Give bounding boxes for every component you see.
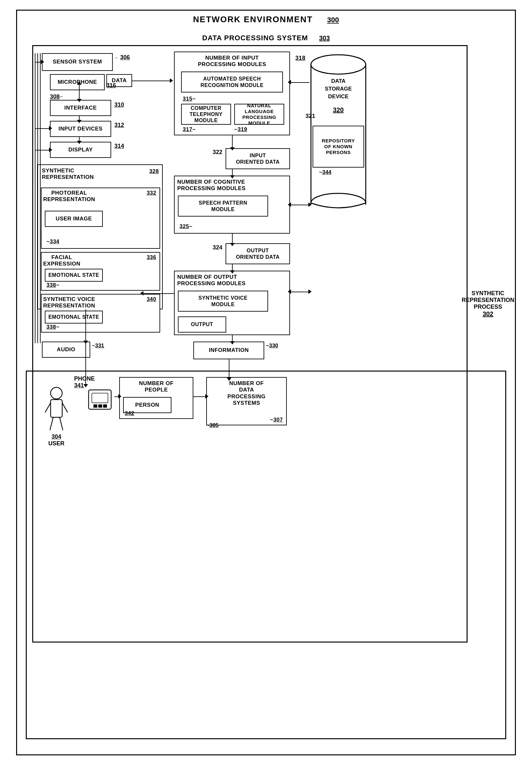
repository-box: REPOSITORYOF KNOWNPERSONS <box>312 126 364 168</box>
interface-box: INTERFACE <box>50 100 111 116</box>
ds-to-ipm-arrowhead <box>288 80 291 84</box>
output-oriented-data-box: OUTPUTORIENTED DATA <box>226 243 290 264</box>
ref-331: ~331 <box>92 343 104 349</box>
input-devices-box: INPUT DEVICES <box>50 121 111 137</box>
svg-rect-13 <box>98 404 102 407</box>
svm-left-arrow <box>143 293 174 294</box>
left-line-1 <box>35 53 35 343</box>
ls-to-sensor-arrowhead <box>41 60 44 64</box>
svg-point-4 <box>51 387 62 399</box>
ipm-arrowhead <box>230 147 235 151</box>
om-arrowhead <box>230 341 235 345</box>
ref-305: ~305 <box>206 422 219 428</box>
output-modules-box: NUMBER OF OUTPUTPROCESSING MODULES SYNTH… <box>174 271 290 335</box>
svg-rect-14 <box>103 404 107 407</box>
info-down-arrow <box>229 359 230 379</box>
ref-330: ~330 <box>266 343 278 349</box>
svg-rect-12 <box>94 404 97 407</box>
iod-arrowhead <box>230 175 235 179</box>
user-label: USER <box>32 440 81 447</box>
info-arrowhead <box>227 378 232 381</box>
np-to-dps <box>193 396 206 397</box>
ls-to-disp-arrowhead <box>49 148 52 152</box>
audio-box: AUDIO <box>42 342 90 358</box>
ls-to-id-arrowhead <box>49 126 52 131</box>
user-image-box: USER IMAGE <box>45 211 103 227</box>
ipm-down-arrow <box>232 135 233 148</box>
svg-line-6 <box>45 403 51 412</box>
left-line-3 <box>40 53 41 343</box>
ds-to-ipm <box>290 82 309 83</box>
network-environment-label: NETWORK ENVIRONMENT 300 <box>0 15 532 25</box>
user-figure: 304 USER <box>32 387 81 447</box>
asr-module-box: AUTOMATED SPEECHRECOGNITION MODULE <box>181 72 283 93</box>
data-processing-system-label: DATA PROCESSING SYSTEM 303 <box>0 34 532 42</box>
page: NETWORK ENVIRONMENT 300 DATA PROCESSING … <box>0 0 532 765</box>
cog-arrowhead <box>230 243 235 246</box>
speech-pattern-box: SPEECH PATTERNMODULE <box>178 196 268 217</box>
ref-324: 324 <box>213 244 222 251</box>
emotional-state-1-box: EMOTIONAL STATE <box>45 269 103 282</box>
num-people-box: NUMBER OFPEOPLE PERSON 342 <box>119 377 193 419</box>
ref-314: 314 <box>114 143 124 150</box>
display-box: DISPLAY <box>50 142 111 158</box>
synthetic-rep-section: SYNTHETICREPRESENTATION 328 PHOTOREALREP… <box>37 164 163 309</box>
computer-telephony-box: COMPUTERTELEPHONY MODULE <box>181 104 231 125</box>
svg-rect-5 <box>51 399 62 417</box>
ref-308: 308~ <box>50 93 63 100</box>
data-storage-device: DATASTORAGEDEVICE 320 REPOSITORYOF KNOWN… <box>309 52 367 213</box>
photoreal-rep-box: PHOTOREALREPRESENTATION 332 USER IMAGE ~… <box>41 188 160 249</box>
svg-line-9 <box>60 417 63 430</box>
num-input-modules-box: NUMBER OF INPUTPROCESSING MODULES 318 AU… <box>174 52 290 135</box>
down-to-user-arrowhead <box>84 384 88 387</box>
bottom-outer-box <box>26 371 506 739</box>
cog-down-arrow <box>232 234 233 244</box>
cognitive-modules-box: NUMBER OF COGNITIVEPROCESSING MODULES SP… <box>174 176 290 234</box>
facial-expression-box: FACIALEXPRESSION 336 EMOTIONAL STATE 338… <box>41 252 160 291</box>
ds-to-om-arrowhead-r <box>308 289 311 294</box>
output-box: OUTPUT <box>178 317 226 333</box>
if-to-id-arrowhead <box>77 120 82 123</box>
interface-v-arrow <box>79 84 80 100</box>
ls-to-id <box>35 128 50 129</box>
phone-icon <box>87 387 113 414</box>
interface-arrowhead-up <box>77 82 82 85</box>
sensor-system-box: SENSOR SYSTEM <box>42 53 113 71</box>
ref-322: 322 <box>213 149 222 156</box>
emotional-state-2-box: EMOTIONAL STATE <box>45 311 103 324</box>
ref-312: 312 <box>114 122 124 129</box>
num-dps-box: NUMBER OFDATAPROCESSINGSYSTEMS ~307 <box>206 377 287 425</box>
ref-304: 304 <box>32 433 81 440</box>
data-arrow-h <box>132 81 171 81</box>
input-oriented-data-box: INPUTORIENTED DATA <box>226 148 290 169</box>
data-arrowhead <box>170 78 173 83</box>
synthetic-voice-rep-box: SYNTHETIC VOICEREPRESENTATION 340 EMOTIO… <box>41 294 160 333</box>
left-line-2 <box>37 53 38 343</box>
ls-to-disp <box>35 150 50 151</box>
ds-to-om <box>290 292 309 292</box>
down-to-user <box>85 343 86 385</box>
ref-316: 316 <box>106 82 116 89</box>
ref-310: 310 <box>114 102 124 108</box>
ds-to-cog <box>290 205 309 205</box>
sr-down-arrow <box>85 309 86 342</box>
svg-point-1 <box>311 55 366 74</box>
phone-to-np-arrowhead <box>118 394 122 398</box>
ref-321: 321 <box>305 113 315 120</box>
id-to-disp-arrowhead <box>77 141 82 144</box>
synthetic-voice-module-box: SYNTHETIC VOICEMODULE <box>178 291 268 312</box>
svg-line-8 <box>50 417 53 430</box>
svg-rect-11 <box>92 393 108 403</box>
ood-arrowhead <box>230 270 235 274</box>
synthetic-rep-process-label: SYNTHETICREPRESENTATIONPROCESS302 <box>462 290 514 318</box>
ds-to-cog-arrowhead-l <box>288 202 291 207</box>
nlp-module-box: NATURAL LANGUAGEPROCESSING MODULE <box>234 104 284 125</box>
svm-left-arrowhead <box>140 291 143 296</box>
ref-306: ← 306 <box>114 54 130 61</box>
np-to-dps-arrowhead <box>205 394 209 398</box>
ds-to-om-arrowhead-l <box>288 289 291 294</box>
svg-line-7 <box>62 403 68 412</box>
information-box: INFORMATION <box>193 342 264 359</box>
ds-to-cog-arrowhead-r <box>308 202 311 207</box>
